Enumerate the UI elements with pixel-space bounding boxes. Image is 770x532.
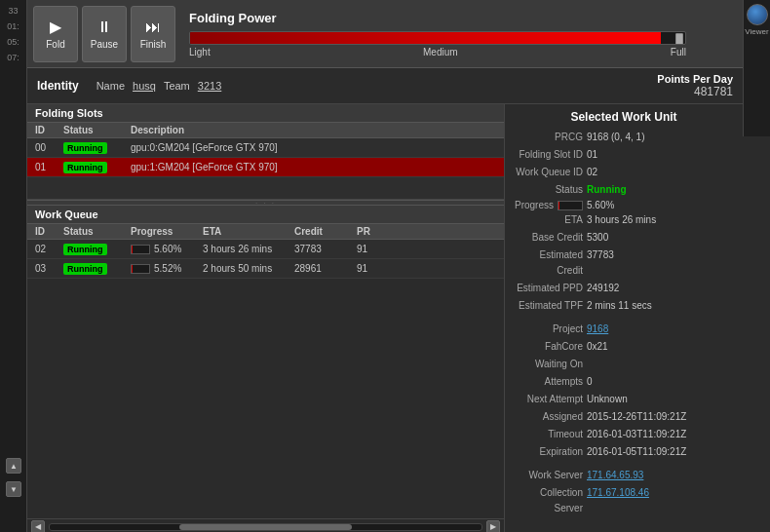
wq-progress-02: 5.60% bbox=[131, 244, 199, 254]
swu-label-basecredit: Base Credit bbox=[532, 230, 583, 246]
pause-label: Pause bbox=[91, 39, 118, 50]
swu-label-timeout: Timeout bbox=[548, 427, 583, 442]
wq-pr-02: 91 bbox=[357, 244, 496, 254]
wq-col-status: Status bbox=[63, 226, 127, 237]
finish-label: Finish bbox=[140, 39, 167, 50]
selected-work-unit: Selected Work Unit PRCG 9168 (0, 4, 1) F… bbox=[505, 104, 743, 532]
swu-label-fsid: Folding Slot ID bbox=[519, 147, 583, 163]
swu-field-progress: Progress 5.60% bbox=[515, 200, 733, 210]
sidebar-num-1: 33 bbox=[8, 4, 18, 18]
left-col: Folding Slots ID Status Description 00 R… bbox=[27, 104, 505, 532]
work-queue-section: Work Queue ID Status Progress ETA Credit… bbox=[27, 206, 504, 518]
power-bar-fill bbox=[190, 32, 661, 44]
fold-label: Fold bbox=[46, 39, 64, 50]
table-row[interactable]: 03 Running 5.52% 2 hours 50 mins 28961 9… bbox=[27, 259, 504, 279]
swu-label-expiration: Expiration bbox=[540, 444, 583, 460]
wq-col-eta: ETA bbox=[203, 226, 290, 237]
swu-field-esttpf: Estimated TPF 2 mins 11 secs bbox=[515, 298, 733, 314]
swu-field-attempts: Attempts 0 bbox=[515, 374, 733, 390]
swu-field-fahcore: FahCore 0x21 bbox=[515, 339, 733, 355]
slot-status-01: Running bbox=[63, 161, 127, 173]
swu-value-expiration: 2016-01-05T11:09:21Z bbox=[587, 444, 733, 460]
team-value[interactable]: 3213 bbox=[198, 80, 221, 92]
swu-field-nextattempt: Next Attempt Unknown bbox=[515, 392, 733, 407]
swu-value-fsid: 01 bbox=[587, 147, 733, 163]
swu-progress-bar bbox=[558, 201, 583, 210]
swu-value-project[interactable]: 9168 bbox=[587, 322, 733, 337]
wq-status-03: Running bbox=[63, 262, 127, 275]
pause-icon: ⏸ bbox=[96, 19, 112, 36]
wq-col-progress: Progress bbox=[131, 226, 199, 237]
wq-status-badge-03: Running bbox=[63, 263, 107, 275]
wq-progress-fill-02 bbox=[132, 246, 133, 253]
swu-value-basecredit: 5300 bbox=[587, 230, 733, 246]
swu-value-nextattempt: Unknown bbox=[587, 392, 733, 407]
slot-id-00: 00 bbox=[35, 142, 59, 153]
sidebar-down-arrow[interactable]: ▼ bbox=[6, 481, 21, 497]
swu-field-wqid: Work Queue ID 02 bbox=[515, 165, 733, 180]
swu-title: Selected Work Unit bbox=[515, 110, 733, 124]
power-bar-handle[interactable] bbox=[675, 33, 683, 45]
swu-field-collectionserver: Collection Server 171.67.108.46 bbox=[515, 485, 733, 516]
wq-pr-03: 91 bbox=[357, 263, 496, 274]
scroll-left-btn[interactable]: ◀ bbox=[31, 520, 45, 533]
wq-eta-03: 2 hours 50 mins bbox=[203, 263, 290, 274]
viewer-globe[interactable] bbox=[747, 4, 768, 25]
team-label: Team bbox=[164, 80, 190, 92]
scroll-right-btn[interactable]: ▶ bbox=[486, 520, 500, 533]
swu-field-waitingon: Waiting On bbox=[515, 357, 733, 372]
right-panel: Viewer bbox=[743, 0, 770, 136]
wq-col-pr: PR bbox=[357, 226, 496, 237]
swu-label-workserver: Work Server bbox=[529, 468, 583, 483]
table-row[interactable]: 01 Running gpu:1:GM204 [GeForce GTX 970] bbox=[27, 158, 504, 177]
main-content: ▶ Fold ⏸ Pause ⏭ Finish Folding Power Li… bbox=[27, 0, 743, 532]
wq-progress-bar-03 bbox=[131, 264, 150, 274]
sidebar-up-arrow[interactable]: ▲ bbox=[6, 458, 21, 474]
identity-section: Identity Name husq Team 3213 Points Per … bbox=[27, 68, 743, 104]
swu-label-fahcore: FahCore bbox=[545, 339, 583, 355]
slot-desc-01: gpu:1:GM204 [GeForce GTX 970] bbox=[131, 162, 496, 172]
swu-label-eta: ETA bbox=[564, 212, 583, 228]
swu-field-project: Project 9168 bbox=[515, 322, 733, 337]
bottom-scrollbar: ◀ ▶ bbox=[27, 518, 504, 532]
swu-value-timeout: 2016-01-03T11:09:21Z bbox=[587, 427, 733, 442]
swu-value-workserver[interactable]: 171.64.65.93 bbox=[587, 468, 733, 483]
swu-value-wqid: 02 bbox=[587, 165, 733, 180]
fold-icon: ▶ bbox=[50, 18, 61, 36]
folding-slots-table-header: ID Status Description bbox=[27, 123, 504, 138]
fold-button[interactable]: ▶ Fold bbox=[33, 6, 78, 62]
wq-status-02: Running bbox=[63, 243, 127, 255]
swu-field-timeout: Timeout 2016-01-03T11:09:21Z bbox=[515, 427, 733, 442]
swu-field-expiration: Expiration 2016-01-05T11:09:21Z bbox=[515, 444, 733, 460]
power-bar-track[interactable] bbox=[189, 31, 686, 45]
name-value[interactable]: husq bbox=[133, 80, 156, 92]
swu-field-estcredit: Estimated Credit 37783 bbox=[515, 247, 733, 279]
empty-slot-row bbox=[27, 177, 504, 199]
work-queue-header: Work Queue bbox=[27, 206, 504, 224]
swu-field-fsid: Folding Slot ID 01 bbox=[515, 147, 733, 163]
slot-status-00: Running bbox=[63, 141, 127, 154]
swu-label-progress: Progress bbox=[515, 200, 554, 210]
swu-label-status: Status bbox=[556, 182, 583, 198]
scrollbar-track[interactable] bbox=[49, 523, 482, 531]
table-row[interactable]: 00 Running gpu:0:GM204 [GeForce GTX 970] bbox=[27, 138, 504, 158]
finish-icon: ⏭ bbox=[145, 19, 161, 36]
power-bar-labels: Light Medium Full bbox=[189, 47, 686, 57]
pause-button[interactable]: ⏸ Pause bbox=[82, 6, 127, 62]
swu-label-assigned: Assigned bbox=[543, 409, 583, 425]
swu-value-collectionserver[interactable]: 171.67.108.46 bbox=[587, 485, 733, 516]
table-row[interactable]: 02 Running 5.60% 3 hours 26 mins 37783 9… bbox=[27, 240, 504, 259]
slot-desc-00: gpu:0:GM204 [GeForce GTX 970] bbox=[131, 142, 496, 153]
finish-button[interactable]: ⏭ Finish bbox=[131, 6, 175, 62]
scrollbar-thumb[interactable] bbox=[179, 524, 352, 530]
wq-credit-02: 37783 bbox=[294, 244, 353, 254]
swu-value-fahcore: 0x21 bbox=[587, 339, 733, 355]
wq-progress-text-02: 5.60% bbox=[154, 244, 181, 254]
sidebar-num-3: 05: bbox=[7, 35, 19, 49]
swu-field-workserver: Work Server 171.64.65.93 bbox=[515, 468, 733, 483]
swu-value-eta: 3 hours 26 mins bbox=[587, 212, 733, 228]
swu-field-basecredit: Base Credit 5300 bbox=[515, 230, 733, 246]
wq-progress-bar-02 bbox=[131, 245, 150, 254]
fs-col-desc: Description bbox=[131, 125, 496, 135]
left-sidebar: 33 01: 05: 07: ▲ ▼ bbox=[0, 0, 27, 532]
